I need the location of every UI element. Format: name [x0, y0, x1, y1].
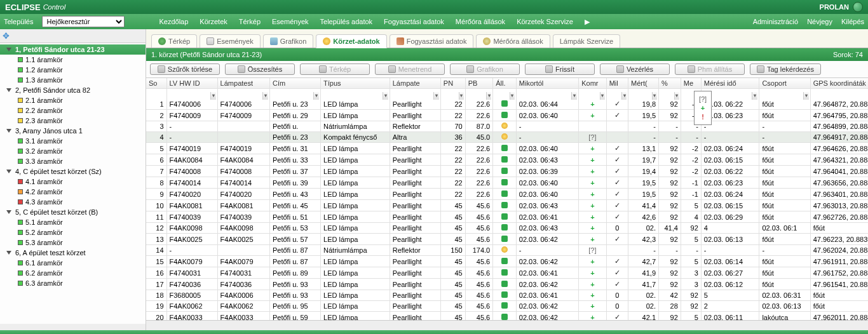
col-Típus[interactable]: Típus	[321, 78, 390, 89]
table-row[interactable]: 8F4740014F4740014Petőfi u. 39LED lámpaPe…	[146, 177, 868, 189]
col-Áll.[interactable]: Áll.	[493, 78, 517, 89]
filter-Áll.[interactable]: ▾	[493, 91, 517, 100]
tree-child[interactable]: 1.1 áramkör	[0, 55, 146, 65]
table-row[interactable]: 11F4740039F4740039Petőfi u. 51LED lámpaP…	[146, 211, 868, 223]
subtab-mérőóra állások[interactable]: Mérőóra állások	[476, 34, 550, 48]
tree-child[interactable]: 6.2 áramkör	[0, 268, 146, 278]
tree-child[interactable]: 5.2 áramkör	[0, 227, 146, 237]
tree-child[interactable]: 3.2 áramkör	[0, 146, 146, 156]
col-Cím[interactable]: Cím	[269, 78, 320, 89]
table-row[interactable]: 16F4740031F4740031Petőfi u. 89LED lámpaP…	[146, 267, 868, 279]
table-row[interactable]: 20F4AK0033F4AK0033Petőfi u. 59LED lámpaP…	[146, 312, 868, 321]
subtab-események[interactable]: Események	[200, 34, 260, 48]
filter-Mil[interactable]: ▾	[606, 91, 628, 100]
tree-child[interactable]: 1.3 áramkör	[0, 75, 146, 85]
col-PN[interactable]: PN	[440, 78, 465, 89]
menu-mérőóra állások[interactable]: Mérőóra állások	[456, 18, 505, 26]
table-row[interactable]: 14-Petőfi u. 87NátriumlámpaReflektor1501…	[146, 245, 868, 256]
table-row[interactable]: 7F4740008F4740008Petőfi u. 37LED lámpaPe…	[146, 166, 868, 177]
filter-PB[interactable]: ▾	[465, 91, 492, 100]
table-row[interactable]: 10F4AK0081F4AK0081Petőfi u. 45LED lámpaP…	[146, 200, 868, 211]
col-Mért([interactable]: Mért(	[628, 78, 658, 89]
menu-telepules[interactable]: Település	[4, 18, 33, 25]
filter-popup[interactable]: [?] + !	[694, 91, 712, 125]
menu-kilépés[interactable]: Kilépés	[841, 18, 864, 25]
btn-szűrők-törlése[interactable]: Szűrők törlése	[150, 63, 220, 75]
filter-GPS koordináták[interactable]: ▾	[810, 91, 868, 100]
tree-child[interactable]: 6.3 áramkör	[0, 278, 146, 288]
subtab-grafikon[interactable]: Grafikon	[263, 34, 314, 48]
popup-q[interactable]: [?]	[699, 95, 707, 103]
table-row[interactable]: 18F3680005F4AK0006Petőfi u. 93LED lámpaP…	[146, 290, 868, 301]
col-Lámpatest[interactable]: Lámpatest	[217, 78, 269, 89]
table-row[interactable]: 9F4740020F4740020Petőfi u. 43LED lámpaPe…	[146, 189, 868, 200]
collapse-icon[interactable]: ✥	[3, 31, 10, 41]
filter-Mért([interactable]: ▾	[628, 91, 658, 100]
table-row[interactable]: 15F4AK0079F4AK0079Petőfi u. 87LED lámpaP…	[146, 256, 868, 267]
tree-child[interactable]: 2.1 áramkör	[0, 95, 146, 105]
col-PB[interactable]: PB	[465, 78, 492, 89]
tree-node[interactable]: 1, Petőfi Sándor utca 21-23	[0, 44, 146, 55]
col-Mil[interactable]: Mil	[606, 78, 628, 89]
menu-körzetek szervize[interactable]: Körzetek Szervize	[517, 18, 573, 26]
tree-child[interactable]: 1.2 áramkör	[0, 65, 146, 75]
filter-Cím[interactable]: ▾	[269, 91, 320, 100]
col-GPS koordináták[interactable]: GPS koordináták	[810, 78, 868, 89]
filter-%[interactable]: ▾	[659, 91, 681, 100]
filter-Csoport[interactable]: ▾	[759, 91, 810, 100]
menu-körzetek[interactable]: Körzetek	[200, 18, 227, 26]
tree-child[interactable]: 5.3 áramkör	[0, 237, 146, 248]
col-Mérési idő[interactable]: Mérési idő	[701, 78, 759, 89]
btn-vezérlés[interactable]: Vezérlés	[600, 63, 670, 75]
col-Lámpate[interactable]: Lámpate	[390, 78, 440, 89]
table-row[interactable]: 3-Petőfi u.NátriumlámpaReflektor7087.0--…	[146, 121, 868, 132]
tree-node[interactable]: 6, A épület teszt körzet	[0, 248, 146, 258]
tree-node[interactable]: 5, C épület teszt körzet (B)	[0, 207, 146, 217]
table-row[interactable]: 19F4AK0062F4AK0062Petőfi u. 95LED lámpaP…	[146, 301, 868, 312]
menu-adminisztráció[interactable]: Adminisztráció	[753, 18, 799, 25]
table-row[interactable]: 12F4AK0098F4AK0098Petőfi u. 53LED lámpaP…	[146, 223, 868, 234]
filter-Lámpatest[interactable]: ▾	[217, 91, 269, 100]
tree-child[interactable]: 3.3 áramkör	[0, 156, 146, 166]
tree-child[interactable]: 6.1 áramkör	[0, 258, 146, 268]
tree-child[interactable]: 2.3 áramkör	[0, 116, 146, 126]
popup-plus[interactable]: +	[701, 104, 705, 112]
tree-child[interactable]: 2.2 áramkör	[0, 105, 146, 116]
filter-LV HW ID[interactable]: ▾	[166, 91, 217, 100]
filter-So[interactable]	[146, 91, 166, 100]
table-row[interactable]: 5F4740019F4740019Petőfi u. 31LED lámpaPe…	[146, 143, 868, 154]
filter-Típus[interactable]: ▾	[321, 91, 390, 100]
grid[interactable]: SoLV HW IDLámpatestCímTípusLámpatePNPBÁl…	[146, 78, 868, 320]
menu-▶[interactable]: ▶	[585, 18, 590, 26]
tree-child[interactable]: 3.1 áramkör	[0, 136, 146, 146]
menu-névjegy[interactable]: Névjegy	[807, 18, 832, 25]
col-%[interactable]: %	[659, 78, 681, 89]
btn-összesítés[interactable]: Összesítés	[225, 63, 295, 75]
h-scrollbar[interactable]	[146, 320, 868, 330]
subtab-körzet-adatok[interactable]: Körzet-adatok	[316, 34, 386, 48]
filter-PN[interactable]: ▾	[440, 91, 465, 100]
menu-események[interactable]: Események	[272, 18, 308, 26]
col-Me[interactable]: Me	[681, 78, 701, 89]
subtab-fogyasztási adatok[interactable]: Fogyasztási adatok	[390, 34, 474, 48]
menu-település adatok[interactable]: Település adatok	[320, 18, 373, 26]
col-LV HW ID[interactable]: LV HW ID	[166, 78, 217, 89]
tree-child[interactable]: 4.2 áramkör	[0, 187, 146, 197]
table-row[interactable]: 13F4AK0025F4AK0025Petőfi u. 57LED lámpaP…	[146, 234, 868, 245]
filter-Komr[interactable]: ▾	[579, 91, 606, 100]
table-row[interactable]: 6F4AK0084F4AK0084Petőfi u. 33LED lámpaPe…	[146, 154, 868, 166]
col-Komr[interactable]: Komr	[579, 78, 606, 89]
menu-térkép[interactable]: Térkép	[239, 18, 261, 26]
town-select[interactable]: Hejőkeresztúr	[42, 16, 125, 27]
subtab-lámpák szervize[interactable]: Lámpák Szervize	[553, 34, 620, 48]
table-row[interactable]: 17F4740036F4740036Petőfi u. 93LED lámpaP…	[146, 279, 868, 290]
filter-Mikortól[interactable]: ▾	[516, 91, 578, 100]
tree-node[interactable]: 3, Arany János utca 1	[0, 126, 146, 136]
popup-ex[interactable]: !	[702, 113, 704, 121]
btn-tag-lekérdezés[interactable]: Tag lekérdezés	[750, 63, 821, 75]
tree-node[interactable]: 4, C épület teszt körzet (Sz)	[0, 166, 146, 177]
table-row[interactable]: 4-Petőfi u. 23Kompakt fénycsőAltra3645.0…	[146, 132, 868, 143]
table-row[interactable]: 2F4740009F4740009Petőfi u. 29LED lámpaPe…	[146, 110, 868, 121]
col-Mikortól[interactable]: Mikortól	[516, 78, 578, 89]
col-So[interactable]: So	[146, 78, 166, 89]
